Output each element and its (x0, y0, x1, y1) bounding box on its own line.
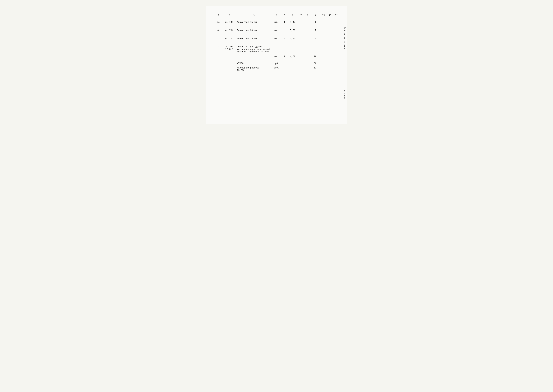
table-row: 5. п. I03 Диаметром I5 мм шт. 4 I,47 6 (215, 18, 339, 27)
row6-unit: шт. (271, 26, 281, 35)
itogo-row: ИТОГО : руб. 88 (215, 61, 339, 66)
col-header-11: II (327, 13, 333, 18)
itogo-empty12 (333, 61, 339, 66)
table-row: 8. I7-50 I7-3-3 Смеситель для душевых ус… (215, 43, 339, 61)
row7-col8 (304, 35, 310, 43)
row8-col8: . (304, 43, 310, 61)
itogo-label: ИТОГО : (236, 61, 271, 66)
itogo-col9: 88 (311, 61, 320, 66)
row5-col7 (298, 18, 304, 27)
row8-col10 (320, 43, 327, 61)
row7-price: 2,02 (287, 35, 298, 43)
row7-code: п. I05 (222, 35, 236, 43)
row5-code: п. I03 (222, 18, 236, 27)
nakladnie-label: Накладные расходы I3,3% (236, 66, 271, 73)
itogo-unit: руб. (271, 61, 281, 66)
col-header-2: 2 (222, 13, 236, 18)
right-margin-bottom-label: 2408-10 (343, 90, 346, 99)
row5-num: 5. (215, 18, 222, 27)
row8-qty: 4 (281, 43, 287, 61)
row7-desc: Диаметром 25 мм (236, 35, 271, 43)
itogo-empty11 (327, 61, 333, 66)
row5-col12 (333, 18, 339, 27)
nakladnie-empty10 (320, 66, 327, 73)
row8-num: 8. (215, 43, 222, 61)
nakladnie-empty2 (222, 66, 236, 73)
nakladnie-empty6 (287, 66, 298, 73)
row6-col11 (327, 26, 333, 35)
col-header-10: IO (320, 13, 327, 18)
row5-col11 (327, 18, 333, 27)
col-header-9: 9 (311, 13, 320, 18)
nakladnie-row: Накладные расходы I3,3% руб. I2 (215, 66, 339, 73)
header-row: I 2 3 4 5 6 7 8 9 IO II I2 (215, 13, 339, 18)
nakladnie-empty12 (333, 66, 339, 73)
row7-col11 (327, 35, 333, 43)
nakladnie-empty7 (298, 66, 304, 73)
itogo-empty5 (281, 61, 287, 66)
row7-col9: 2 (311, 35, 320, 43)
row6-col7 (298, 26, 304, 35)
col-header-7: 7 (298, 13, 304, 18)
row8-price: 4,59 (287, 43, 298, 61)
row5-qty: 4 (281, 18, 287, 27)
nakladnie-empty11 (327, 66, 333, 73)
itogo-empty1 (215, 61, 222, 66)
nakladnie-unit: руб. (271, 66, 281, 73)
col-header-1: I (215, 13, 222, 18)
nakladnie-col9: I2 (311, 66, 320, 73)
row8-code: I7-50 I7-3-3 (222, 43, 236, 61)
col-header-8: 8 (304, 13, 310, 18)
row7-num: 7. (215, 35, 222, 43)
row8-col12 (333, 43, 339, 61)
row8-col7 (298, 43, 304, 61)
row7-qty: I (281, 35, 287, 43)
row5-unit: шт. (271, 18, 281, 27)
main-table: I 2 3 4 5 6 7 8 9 IO II I2 5. п. I03 Диа… (215, 13, 339, 73)
row7-unit: шт. (271, 35, 281, 43)
row5-col8 (304, 18, 310, 27)
row7-col10 (320, 35, 327, 43)
row6-col9: 5 (311, 26, 320, 35)
col-header-4: 4 (271, 13, 281, 18)
col-header-5: 5 (281, 13, 287, 18)
row6-col10 (320, 26, 327, 35)
col-header-12: I2 (333, 13, 339, 18)
table-row: 7. п. I05 Диаметром 25 мм шт. I 2,02 2 (215, 35, 339, 43)
row6-qty (281, 26, 287, 35)
itogo-empty2 (222, 61, 236, 66)
nakladnie-empty5 (281, 66, 287, 73)
row8-desc: Смеситель для душевых установок со стаци… (236, 43, 271, 61)
itogo-empty10 (320, 61, 327, 66)
row8-unit: шт. (271, 43, 281, 61)
itogo-empty7 (298, 61, 304, 66)
row6-price: I,69 (287, 26, 298, 35)
itogo-empty6 (287, 61, 298, 66)
row5-price: I,47 (287, 18, 298, 27)
row6-code: п. I04 (222, 26, 236, 35)
nakladnie-empty1 (215, 66, 222, 73)
row6-col12 (333, 26, 339, 35)
row7-col12 (333, 35, 339, 43)
row6-col8 (304, 26, 310, 35)
right-margin-top-label: 8от-14-18.85 (з) (343, 27, 346, 49)
row8-col9: I8 (311, 43, 320, 61)
row8-col11 (327, 43, 333, 61)
table-row: 6. п. I04 Диаметром 20 мм шт. I,69 5 (215, 26, 339, 35)
nakladnie-empty8 (304, 66, 310, 73)
col-header-3: 3 (236, 13, 271, 18)
row5-col10 (320, 18, 327, 27)
row6-desc: Диаметром 20 мм (236, 26, 271, 35)
itogo-empty8 (304, 61, 310, 66)
row5-col9: 6 (311, 18, 320, 27)
row5-desc: Диаметром I5 мм (236, 18, 271, 27)
col-header-6: 6 (287, 13, 298, 18)
row7-col7 (298, 35, 304, 43)
row6-num: 6. (215, 26, 222, 35)
page-container: 8от-14-18.85 (з) 2408-10 I 2 3 4 5 6 7 8… (206, 6, 347, 124)
